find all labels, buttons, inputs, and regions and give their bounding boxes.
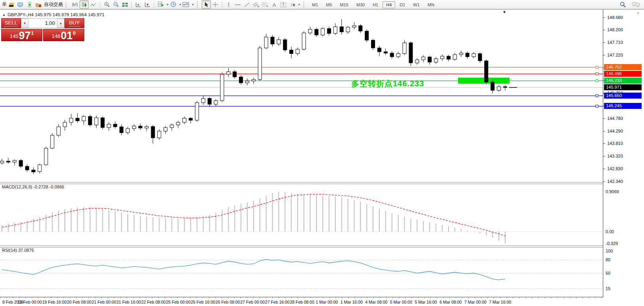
price-tick-label: 148.200 (607, 27, 623, 32)
toolbar-group-lines: E F A T ▼ (223, 0, 302, 9)
volume-increase-button[interactable]: ▲ (57, 19, 64, 28)
price-axis[interactable]: 148.680148.200147.710147.220146.730146.2… (603, 10, 644, 297)
text-icon[interactable]: A (270, 0, 279, 9)
time-axis-label: 7 Mar 16:00 (489, 300, 511, 304)
timeframe-button-D1[interactable]: D1 (396, 1, 409, 8)
toolbar-group-objects: ▼ ▼ ▼ (155, 0, 195, 9)
price-level-badge: 145.650 (604, 93, 642, 99)
time-axis-label: 25 Feb 16:00 (191, 300, 215, 304)
rsi-tick-label: 15 (606, 286, 610, 291)
timeframe-button-M30[interactable]: M30 (353, 1, 368, 8)
price-level-badge: 145.245 (604, 103, 642, 109)
auto-scroll-icon[interactable] (134, 0, 143, 9)
cursor-icon[interactable] (202, 0, 211, 9)
price-tick-label: 148.680 (607, 15, 623, 20)
toolbar-group-zoom (101, 0, 131, 9)
volume-stepper: ▼ 1.00 ▲ (21, 18, 64, 28)
auto-trading-label[interactable]: 自动交易 (44, 1, 63, 8)
time-axis-label: 21 Feb 16:00 (116, 300, 141, 304)
time-axis-label: 27 Feb 16:00 (265, 300, 290, 304)
market-watch-icon[interactable] (7, 0, 16, 9)
price-tick-label: 143.320 (607, 154, 623, 158)
chart-shift-icon[interactable] (143, 0, 152, 9)
toolbar-grip[interactable] (66, 2, 68, 8)
arrows-icon[interactable] (288, 0, 297, 9)
rsi-pane-canvas[interactable] (0, 247, 603, 297)
vertical-line-icon[interactable] (224, 0, 233, 9)
price-tick-mark (603, 30, 605, 30)
timeframe-button-MN[interactable]: MN (424, 1, 438, 8)
timeframe-button-M1[interactable]: M1 (309, 1, 322, 8)
crosshair-icon[interactable] (211, 0, 220, 9)
buy-price-display[interactable]: 146010 (43, 29, 84, 41)
toolbar-right-icons (618, 0, 644, 9)
periods-clock-icon[interactable] (169, 0, 178, 9)
price-tick-mark (603, 17, 605, 18)
collapse-panel-icon[interactable]: ▲ (2, 13, 6, 17)
svg-text:A: A (273, 2, 276, 8)
time-axis-label: 22 Feb 08:00 (141, 300, 166, 304)
time-axis-label: 19 Feb 16:00 (42, 300, 67, 304)
time-axis[interactable]: 8 Feb 201919 Feb 00:0019 Feb 16:0020 Feb… (0, 297, 644, 306)
templates-dropdown-icon[interactable]: ▼ (191, 3, 194, 6)
fibonacci-icon[interactable]: F (261, 0, 270, 9)
trendline-icon[interactable] (242, 0, 252, 9)
candlestick-chart-icon[interactable] (80, 0, 89, 9)
line-chart-icon[interactable] (89, 0, 98, 9)
text-label-icon[interactable]: T (279, 0, 288, 9)
indicators-icon[interactable] (156, 0, 165, 9)
chart-shift-marker-icon[interactable]: ▼ (502, 10, 506, 14)
sell-price-display[interactable]: 145971 (1, 29, 42, 41)
one-click-trading-panel: SELL ▼ 1.00 ▲ BUY 145971 146010 (1, 18, 84, 41)
toolbar-group-cursor (201, 0, 221, 9)
auto-trading-folder-icon[interactable] (34, 0, 43, 9)
mt4-window: { "toolbar": { "partial_button_label": "… (0, 0, 644, 306)
volume-decrease-button[interactable]: ▼ (21, 19, 28, 28)
macd-label: MACD(12,26,9) -0.2728 -0.0966 (2, 184, 64, 189)
toolbar-grip-2[interactable] (197, 2, 199, 8)
terminal-icon[interactable] (16, 0, 25, 9)
new-order-partial-label[interactable]: 单 (2, 1, 7, 8)
toolbar-grip-3[interactable] (303, 2, 306, 8)
price-tick-mark (603, 181, 605, 182)
timeframe-button-M15[interactable]: M15 (336, 1, 352, 8)
buy-button[interactable]: BUY (64, 18, 84, 28)
chart-annotation-text: 多空转折点146.233 (351, 78, 424, 89)
arrows-dropdown-icon[interactable]: ▼ (298, 3, 301, 6)
equidistant-channel-icon[interactable]: E (252, 0, 261, 9)
chart-window: 148.680148.200147.710147.220146.730146.2… (0, 10, 644, 306)
price-level-badge: 146.233 (604, 78, 642, 84)
chat-icon[interactable] (631, 0, 641, 9)
main-toolbar: 单 自动交易 (0, 0, 644, 10)
price-tick-mark (603, 169, 605, 169)
price-tick-mark (603, 42, 605, 43)
price-tick-mark (603, 143, 605, 144)
timeframe-button-H4[interactable]: H4 (383, 1, 395, 8)
zoom-in-icon[interactable] (102, 0, 111, 9)
price-level-badge: 146.752 (604, 64, 642, 70)
horizontal-line-icon[interactable] (233, 0, 242, 9)
time-axis-label: 1 Mar 16:00 (341, 300, 363, 304)
periods-dropdown-icon[interactable]: ▼ (179, 3, 182, 6)
macd-pane-canvas[interactable] (0, 184, 603, 245)
macd-tick-label: -0.329 (606, 241, 618, 246)
zoom-out-icon[interactable] (111, 0, 120, 9)
tile-windows-icon[interactable] (120, 0, 129, 9)
signals-icon[interactable] (25, 0, 34, 9)
svg-text:T: T (282, 3, 284, 7)
time-axis-label: 5 Mar 00:00 (390, 300, 412, 304)
timeframe-button-W1[interactable]: W1 (409, 1, 423, 8)
time-axis-label: 26 Feb 08:00 (216, 300, 240, 304)
time-axis-label: 28 Feb 08:00 (290, 300, 314, 304)
indicators-dropdown-icon[interactable]: ▼ (166, 3, 169, 6)
main-chart-canvas[interactable] (0, 10, 603, 182)
timeframe-button-M5[interactable]: M5 (322, 1, 335, 8)
timeframe-button-H1[interactable]: H1 (369, 1, 382, 8)
axis-menu-chevron-icon[interactable]: ˅ (637, 11, 639, 15)
bar-chart-icon[interactable] (70, 0, 80, 9)
search-icon[interactable] (618, 0, 627, 9)
volume-input[interactable]: 1.00 (28, 19, 57, 28)
rsi-tick-label: 50 (606, 271, 610, 276)
sell-button[interactable]: SELL (1, 18, 21, 28)
templates-icon[interactable] (182, 0, 191, 9)
